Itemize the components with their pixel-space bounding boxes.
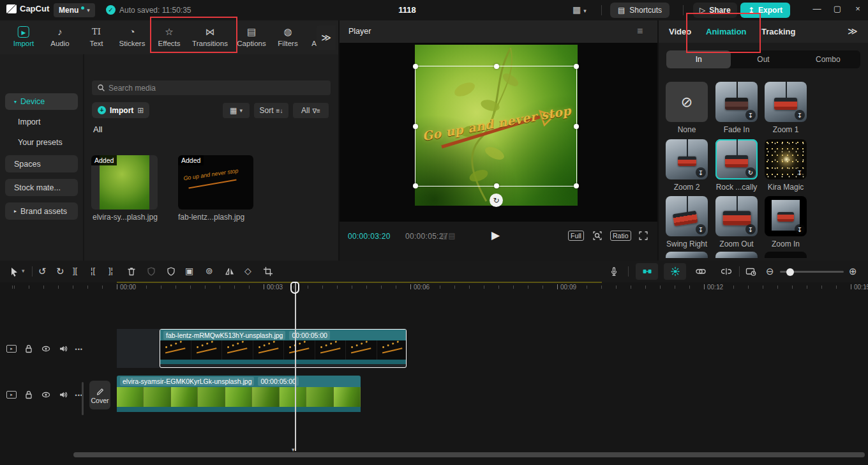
share-button[interactable]: ▷ Share <box>693 3 737 18</box>
select-tool-icon[interactable] <box>9 266 19 277</box>
tab-captions[interactable]: ▤Captions <box>237 26 266 47</box>
subtab-out[interactable]: Out <box>731 50 795 68</box>
zoom-fit-icon[interactable] <box>592 231 602 241</box>
minimize-button[interactable]: — <box>808 4 826 13</box>
animation-item-swing-right[interactable]: ↧Swing Right <box>666 196 708 248</box>
unlink-icon[interactable] <box>721 266 731 277</box>
sort-button[interactable]: Sort ≡↓ <box>254 103 288 118</box>
timeline-zoom-slider[interactable] <box>780 271 844 273</box>
tab-audio[interactable]: ♪Audio <box>50 26 69 47</box>
animation-item-zoom-in[interactable]: ↧Zoom In <box>765 196 807 248</box>
animation-thumbnail[interactable]: ↧ <box>666 139 708 179</box>
track-type-icon[interactable]: ▸ <box>6 345 17 353</box>
sidebar-item-brand-assets[interactable]: ▸ Brand assets <box>5 202 78 220</box>
tab-transitions[interactable]: ⋈Transitions <box>192 26 228 47</box>
panel-expand-icon[interactable]: ≫ <box>848 26 858 37</box>
fullscreen-icon[interactable] <box>638 231 648 241</box>
animation-thumbnail[interactable]: ↧ <box>765 139 807 179</box>
animation-item-zoom-2[interactable]: ↧Zoom 2 <box>666 139 708 192</box>
selection-box[interactable] <box>415 66 577 187</box>
animation-thumbnail[interactable]: ⊘ <box>666 82 708 122</box>
select-tool-chevron-icon[interactable]: ▾ <box>22 268 25 274</box>
redo-icon[interactable]: ↻ <box>56 266 64 277</box>
magnetic-snap-toggle[interactable] <box>636 263 658 280</box>
rotate-handle[interactable]: ↻ <box>490 194 503 207</box>
auto-preview-toggle[interactable] <box>664 263 686 280</box>
delete-right-icon[interactable]: ]¦ <box>108 266 113 275</box>
filter-button[interactable]: All ∇≡ <box>293 103 329 118</box>
speaker-icon[interactable] <box>58 344 68 354</box>
close-button[interactable]: × <box>849 4 867 13</box>
eye-icon[interactable] <box>41 344 51 354</box>
record-voiceover-icon[interactable] <box>609 266 619 277</box>
resize-handle-se[interactable] <box>574 183 579 188</box>
animation-thumbnail[interactable]: ↧ <box>666 196 708 236</box>
animation-thumbnail[interactable]: ↧ <box>715 196 758 236</box>
speaker-icon[interactable] <box>58 390 68 400</box>
timeline-horizontal-scrollbar[interactable] <box>73 452 865 457</box>
animation-thumbnail[interactable]: ↻ <box>715 139 758 179</box>
import-media-button[interactable]: + Import ⊞ <box>92 102 149 118</box>
tab-a[interactable]: A <box>311 26 317 47</box>
clip-fab-lentz[interactable]: fab-lentz-mRMQwK513hY-unsplash.jpg 00:00… <box>160 329 407 368</box>
lock-icon[interactable] <box>24 344 34 354</box>
delete-icon[interactable] <box>126 266 137 277</box>
mirror-icon[interactable] <box>225 266 235 277</box>
grid-view-button[interactable]: ▦ ▾ <box>223 103 250 118</box>
animation-item-fade-in[interactable]: ↧Fade In <box>715 82 758 134</box>
link-icon[interactable] <box>696 266 706 277</box>
resize-handle-w[interactable] <box>413 124 418 129</box>
full-button[interactable]: Full <box>568 231 584 241</box>
subtab-in[interactable]: In <box>666 50 731 68</box>
sidebar-item-spaces[interactable]: Spaces <box>5 155 78 172</box>
freeze-frame-icon[interactable]: ⊚ <box>206 266 213 276</box>
eye-icon[interactable] <box>41 390 51 400</box>
sidebar-item-your-presets[interactable]: Your presets <box>18 138 63 147</box>
animation-item-kira-magic[interactable]: ↧Kira Magic <box>765 139 807 192</box>
sidebar-item-import[interactable]: Import <box>18 118 40 126</box>
animation-item-none[interactable]: ⊘None <box>666 82 708 134</box>
playhead-handle[interactable] <box>290 282 299 294</box>
smart-mask-icon[interactable] <box>146 266 156 277</box>
subtab-combo[interactable]: Combo <box>796 50 860 68</box>
player-menu-icon[interactable]: ≡ <box>637 26 643 37</box>
animation-thumbnail[interactable]: ↧ <box>715 82 758 122</box>
play-button[interactable]: ▶ <box>491 229 500 242</box>
undo-icon[interactable]: ↺ <box>38 266 47 277</box>
tab-text[interactable]: TIText <box>89 26 103 47</box>
resize-handle-ne[interactable] <box>574 64 579 69</box>
playhead-line[interactable] <box>295 282 296 451</box>
lock-icon[interactable] <box>24 390 34 400</box>
rotate-icon[interactable]: ◇ <box>244 266 251 276</box>
maximize-button[interactable]: ▢ <box>828 4 846 13</box>
shortcuts-button[interactable]: ▤ Shortcuts <box>610 3 670 18</box>
export-button[interactable]: ↥ Export <box>740 3 790 18</box>
tabstrip-expand-icon[interactable]: ≫ <box>317 26 336 50</box>
animation-item-zoom-out[interactable]: ↧Zoom Out <box>715 196 758 248</box>
media-card-fab-lentz[interactable]: Go up and never stop Added <box>178 155 253 210</box>
frame-view-icon[interactable]: ▤▤ <box>440 231 456 240</box>
tab-effects[interactable]: ☆Effects <box>158 26 181 47</box>
resize-handle-e[interactable] <box>574 124 579 129</box>
overlay-icon[interactable]: ▣ <box>185 266 193 276</box>
sidebar-item-stock-materials[interactable]: Stock mate... <box>5 179 78 196</box>
animation-item-rock-cally[interactable]: ↻Rock ...cally <box>715 139 758 192</box>
sidebar-item-device[interactable]: ▾ Device <box>5 93 78 110</box>
animation-item-zoom-1[interactable]: ↧Zoom 1 <box>765 82 807 134</box>
crop-icon[interactable] <box>263 266 273 277</box>
animation-thumbnail[interactable]: ↧ <box>765 82 807 122</box>
tab-video[interactable]: Video <box>669 27 691 36</box>
tab-animation[interactable]: Animation <box>706 27 747 36</box>
tab-filters[interactable]: ◍Filters <box>278 26 297 47</box>
animation-thumbnail[interactable]: ↧ <box>765 196 807 236</box>
delete-left-icon[interactable]: ¦[ <box>91 266 95 275</box>
ratio-button[interactable]: Ratio <box>610 231 631 241</box>
layout-switch-icon[interactable]: ▦ ▾ <box>572 4 587 15</box>
preview-frame-icon[interactable] <box>745 266 757 277</box>
tab-import[interactable]: ▶Import <box>13 26 34 47</box>
track-type-icon[interactable]: ▸ <box>6 391 17 399</box>
zoom-out-icon[interactable]: ⊖ <box>766 266 774 277</box>
search-input[interactable] <box>92 80 331 95</box>
split-icon[interactable]: ][ <box>73 266 77 275</box>
zoom-slider-handle[interactable] <box>786 268 794 276</box>
